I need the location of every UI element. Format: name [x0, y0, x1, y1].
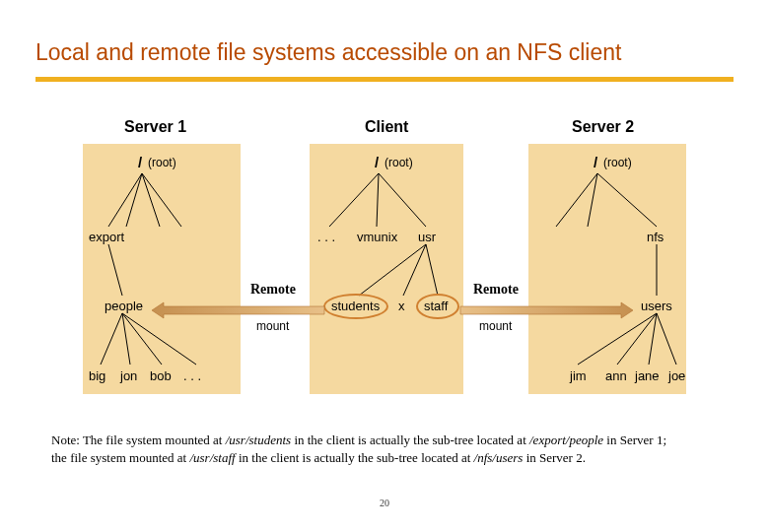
svg-line-14 [426, 244, 438, 296]
note-p3: /usr/staff [189, 450, 235, 465]
page-number: 20 [0, 498, 769, 508]
s1-people: people [105, 299, 143, 313]
note-t4: the file system mounted at [51, 450, 189, 465]
note-t2: in the client is actually the sub-tree l… [291, 432, 529, 447]
svg-line-12 [359, 244, 426, 296]
svg-line-19 [578, 313, 657, 365]
svg-line-15 [556, 173, 597, 227]
svg-line-11 [379, 173, 426, 227]
svg-line-17 [597, 173, 657, 227]
svg-line-9 [329, 173, 379, 227]
svg-line-5 [101, 313, 122, 365]
cl-edges [310, 167, 467, 394]
note-p4: /nfs/users [474, 450, 524, 465]
label-server1: Server 1 [124, 118, 186, 136]
svg-line-0 [108, 173, 142, 227]
note-t6: in Server 2. [523, 450, 586, 465]
ellipse-students [323, 294, 388, 319]
note-t1: Note: The file system mounted at [51, 432, 226, 447]
mount-right: mount [479, 319, 512, 333]
s2-jim: jim [570, 368, 587, 383]
label-server2: Server 2 [572, 118, 634, 136]
svg-line-13 [403, 244, 426, 296]
svg-line-22 [657, 313, 676, 365]
label-client: Client [365, 118, 408, 136]
footnote: Note: The file system mounted at /usr/st… [51, 432, 718, 466]
s2-joe: joe [668, 368, 685, 383]
s2-ann: ann [605, 368, 627, 383]
s2-nfs: nfs [647, 230, 664, 244]
s2-edges [528, 167, 686, 394]
cl-vmunix: vmunix [357, 230, 397, 244]
note-p1: /usr/students [226, 432, 291, 447]
arrow-right [455, 300, 643, 320]
svg-line-21 [649, 313, 657, 365]
svg-line-10 [377, 173, 379, 227]
svg-line-3 [142, 173, 181, 227]
s1-bob: bob [150, 368, 172, 383]
svg-line-6 [122, 313, 130, 365]
svg-line-20 [617, 313, 657, 365]
slide-title: Local and remote file systems accessible… [35, 39, 621, 66]
svg-marker-23 [152, 302, 324, 318]
svg-line-1 [126, 173, 142, 227]
remote-right: Remote [473, 282, 519, 298]
svg-marker-24 [460, 302, 633, 318]
s1-jon: jon [120, 368, 137, 383]
s1-export: export [89, 230, 124, 244]
cl-dots: . . . [317, 230, 335, 244]
svg-line-7 [122, 313, 162, 365]
nfs-diagram: Server 1 Client Server 2 / (root) export… [83, 118, 686, 404]
mount-left: mount [256, 319, 289, 333]
arrow-left [142, 300, 329, 320]
remote-left: Remote [250, 282, 296, 298]
s1-edges [83, 167, 241, 394]
svg-line-4 [108, 244, 122, 296]
ellipse-staff [416, 294, 459, 319]
note-p2: /export/people [529, 432, 603, 447]
note-t3: in Server 1; [603, 432, 666, 447]
svg-line-8 [122, 313, 196, 365]
cl-usr: usr [418, 230, 436, 244]
s2-users: users [641, 299, 672, 313]
svg-line-2 [142, 173, 160, 227]
s1-dots: . . . [183, 368, 201, 383]
cl-x: x [398, 299, 405, 313]
title-underline [35, 77, 734, 82]
svg-line-16 [588, 173, 597, 227]
note-t5: in the client is actually the sub-tree l… [236, 450, 474, 465]
s1-big: big [89, 368, 105, 383]
s2-jane: jane [635, 368, 660, 383]
